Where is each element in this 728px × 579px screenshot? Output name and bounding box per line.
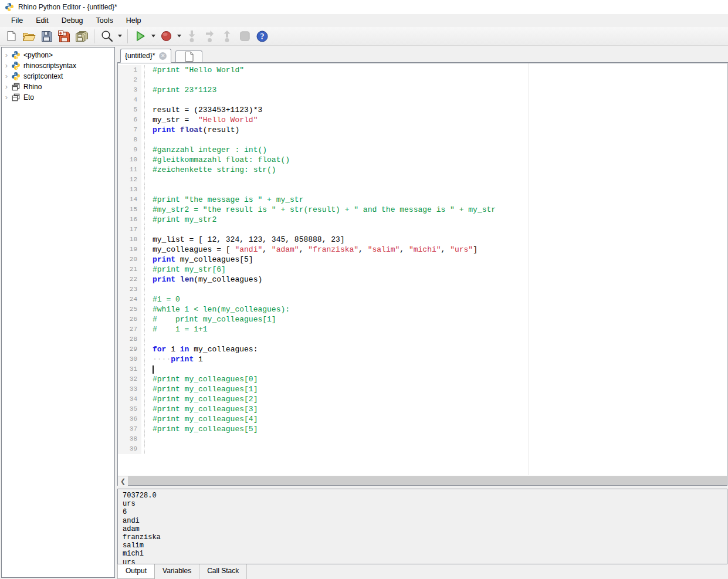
search-icon bbox=[101, 30, 113, 42]
output-line: franziska bbox=[123, 533, 727, 541]
code-line[interactable]: 18my_list = [ 12, 324, 123, 345, 858888,… bbox=[118, 235, 727, 245]
code-text bbox=[144, 95, 153, 105]
code-line[interactable]: 14#print "the message is " + my_str bbox=[118, 195, 727, 205]
code-line[interactable]: 30····print i bbox=[118, 354, 727, 364]
step-into-button[interactable] bbox=[184, 28, 200, 45]
output-console: 703728.0urs6andiadamfranziskasalimmichiu… bbox=[117, 489, 727, 564]
stop-icon bbox=[240, 31, 250, 41]
code-line[interactable]: 4 bbox=[118, 95, 727, 105]
code-line[interactable]: 10#gleitkommazahl float: float() bbox=[118, 155, 727, 165]
line-number: 19 bbox=[118, 245, 141, 255]
code-line[interactable]: 6my_str = "Hello World" bbox=[118, 115, 727, 125]
menu-file[interactable]: File bbox=[5, 14, 29, 27]
debug-button[interactable] bbox=[158, 28, 174, 45]
expand-chevron-icon[interactable]: › bbox=[2, 61, 11, 70]
debug-options-dropdown[interactable] bbox=[175, 28, 182, 45]
code-line[interactable]: 3#print 23*1123 bbox=[118, 85, 727, 95]
expand-chevron-icon[interactable]: › bbox=[2, 72, 11, 81]
code-line[interactable]: 36#print my_colleagues[4] bbox=[118, 414, 727, 424]
expand-chevron-icon[interactable]: › bbox=[2, 50, 11, 60]
code-line[interactable]: 15#my_str2 = "the result is " + str(resu… bbox=[118, 205, 727, 215]
code-line[interactable]: 19my_colleagues = [ "andi", "adam", "fra… bbox=[118, 245, 727, 255]
code-text: for i in my_colleagues: bbox=[144, 344, 258, 354]
code-line[interactable]: 35#print my_colleagues[3] bbox=[118, 404, 727, 414]
code-line[interactable]: 22print len(my_colleagues) bbox=[118, 275, 727, 285]
close-tab-icon[interactable]: ✕ bbox=[159, 52, 167, 60]
code-line[interactable]: 28 bbox=[118, 334, 727, 344]
step-over-button[interactable] bbox=[201, 28, 218, 45]
line-number: 2 bbox=[118, 75, 141, 85]
tree-item-eto[interactable]: ›Eto bbox=[2, 92, 114, 103]
code-line[interactable]: 11#zeichenkette string: str() bbox=[118, 165, 727, 175]
toolbar: ? bbox=[0, 27, 728, 46]
horizontal-scrollbar[interactable]: ❮ bbox=[118, 476, 727, 485]
code-line[interactable]: 24#i = 0 bbox=[118, 294, 727, 304]
code-line[interactable]: 39 bbox=[118, 444, 727, 454]
code-line[interactable]: 20print my_colleagues[5] bbox=[118, 255, 727, 265]
panel-tab-variables[interactable]: Variables bbox=[155, 564, 199, 579]
menu-edit[interactable]: Edit bbox=[29, 14, 55, 27]
menu-help[interactable]: Help bbox=[120, 14, 148, 27]
save-all-button[interactable] bbox=[73, 28, 90, 45]
code-line[interactable]: 32#print my_colleagues[0] bbox=[118, 374, 727, 384]
tree-item-rhinoscriptsyntax[interactable]: ›rhinoscriptsyntax bbox=[2, 60, 114, 71]
line-number: 34 bbox=[118, 394, 141, 404]
panel-tab-output[interactable]: Output bbox=[117, 564, 155, 579]
code-line[interactable]: 21#print my_str[6] bbox=[118, 265, 727, 275]
tree-item-rhino[interactable]: ›Rhino bbox=[2, 82, 114, 92]
code-line[interactable]: 34#print my_colleagues[2] bbox=[118, 394, 727, 404]
code-line[interactable]: 33#print my_colleagues[1] bbox=[118, 384, 727, 394]
tree-item-python[interactable]: ›<python> bbox=[2, 50, 114, 60]
code-line[interactable]: 5result = (233453+1123)*3 bbox=[118, 105, 727, 115]
code-line[interactable]: 29for i in my_colleagues: bbox=[118, 344, 727, 354]
line-number: 18 bbox=[118, 235, 141, 245]
tab-untitled[interactable]: {untitled}* ✕ bbox=[120, 49, 171, 63]
save-button[interactable] bbox=[38, 28, 55, 45]
code-line[interactable]: 17 bbox=[118, 225, 727, 235]
line-number: 15 bbox=[118, 205, 141, 215]
run-options-dropdown[interactable] bbox=[150, 28, 157, 45]
step-out-button[interactable] bbox=[219, 28, 235, 45]
line-number: 1 bbox=[118, 65, 141, 75]
search-options-dropdown[interactable] bbox=[116, 28, 123, 45]
tree-item-scriptcontext[interactable]: ›scriptcontext bbox=[2, 71, 114, 82]
code-text: #while i < len(my_colleagues): bbox=[144, 304, 290, 314]
stop-button[interactable] bbox=[236, 28, 253, 45]
code-line[interactable]: 12 bbox=[118, 175, 727, 185]
code-line[interactable]: 1#print "Hello World" bbox=[118, 65, 727, 75]
code-line[interactable]: 7print float(result) bbox=[118, 125, 727, 135]
code-line[interactable]: 16#print my_str2 bbox=[118, 215, 727, 225]
new-file-button[interactable] bbox=[3, 28, 19, 45]
scroll-left-arrow[interactable]: ❮ bbox=[118, 476, 128, 486]
open-file-button[interactable] bbox=[21, 28, 37, 45]
code-editor[interactable]: 1#print "Hello World"23#print 23*112345r… bbox=[117, 63, 727, 486]
menu-bar: FileEditDebugToolsHelp bbox=[0, 14, 728, 27]
scrollbar-thumb[interactable] bbox=[128, 476, 727, 485]
search-button[interactable] bbox=[99, 28, 115, 45]
code-line[interactable]: 37#print my_colleagues[5] bbox=[118, 424, 727, 434]
code-text: #print "the message is " + my_str bbox=[144, 195, 303, 205]
code-area[interactable]: 1#print "Hello World"23#print 23*112345r… bbox=[118, 63, 727, 475]
code-line[interactable]: 8 bbox=[118, 135, 727, 145]
new-tab-button[interactable] bbox=[175, 50, 202, 62]
code-line[interactable]: 25#while i < len(my_colleagues): bbox=[118, 304, 727, 314]
help-button[interactable]: ? bbox=[254, 28, 270, 45]
panel-tab-call-stack[interactable]: Call Stack bbox=[199, 564, 247, 579]
code-line[interactable]: 31 bbox=[118, 364, 727, 374]
menu-debug[interactable]: Debug bbox=[55, 14, 90, 27]
code-text: # i = i+1 bbox=[144, 324, 208, 334]
tree-item-label: Rhino bbox=[23, 83, 42, 91]
code-line[interactable]: 27# i = i+1 bbox=[118, 324, 727, 334]
code-line[interactable]: 38 bbox=[118, 434, 727, 444]
code-line[interactable]: 9#ganzzahl integer : int() bbox=[118, 145, 727, 155]
code-line[interactable]: 26# print my_colleagues[i] bbox=[118, 314, 727, 324]
code-line[interactable]: 23 bbox=[118, 285, 727, 294]
save-as-button[interactable] bbox=[56, 28, 72, 45]
expand-chevron-icon[interactable]: › bbox=[2, 82, 11, 92]
code-text: #print my_colleagues[3] bbox=[144, 404, 258, 414]
run-button[interactable] bbox=[132, 28, 148, 45]
menu-tools[interactable]: Tools bbox=[90, 14, 120, 27]
code-line[interactable]: 13 bbox=[118, 185, 727, 195]
expand-chevron-icon[interactable]: › bbox=[2, 93, 11, 102]
code-line[interactable]: 2 bbox=[118, 75, 727, 85]
